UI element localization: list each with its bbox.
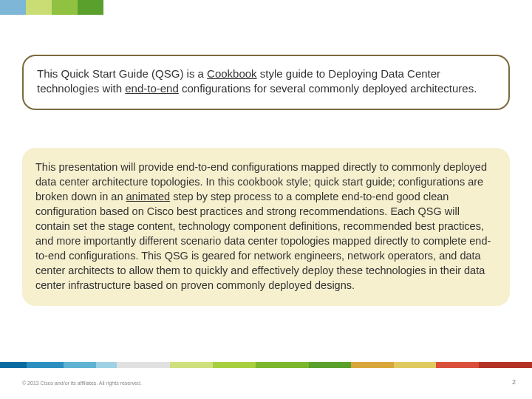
brand-swatch: [78, 0, 103, 15]
underlined-term: animated: [126, 191, 171, 202]
page-number: 2: [512, 378, 516, 386]
detail-callout: This presentation will provide end-to-en…: [22, 148, 510, 306]
slide: This Quick Start Guide (QSG) is a Cookbo…: [0, 0, 532, 399]
footer-stripe: [0, 362, 532, 368]
text-part: configurations for several commonly depl…: [179, 82, 477, 95]
text-part: This Quick Start Guide (QSG) is a: [37, 67, 207, 80]
underlined-term: end-to-end: [125, 82, 179, 95]
summary-text: This Quick Start Guide (QSG) is a Cookbo…: [37, 66, 495, 97]
summary-callout: This Quick Start Guide (QSG) is a Cookbo…: [22, 55, 510, 110]
detail-text: This presentation will provide end-to-en…: [35, 160, 497, 293]
brand-stripe: [0, 0, 103, 15]
text-part: step by step process to a complete end-t…: [35, 191, 491, 291]
brand-swatch: [26, 0, 52, 15]
brand-swatch: [52, 0, 78, 15]
brand-swatch: [0, 0, 26, 15]
copyright-text: © 2013 Cisco and/or its affiliates. All …: [22, 381, 142, 386]
underlined-term: Cookbook: [207, 67, 257, 80]
